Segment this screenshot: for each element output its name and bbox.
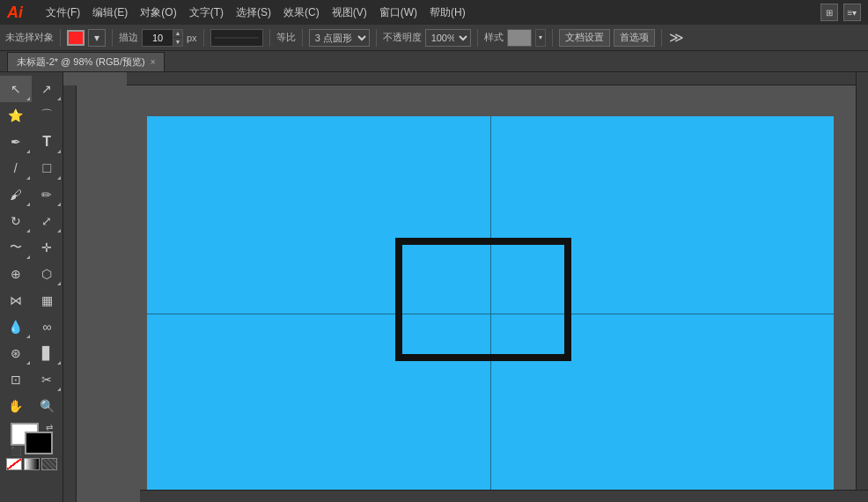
menu-help[interactable]: 帮助(H) (424, 4, 471, 22)
rotate-tool[interactable]: ↻ (0, 208, 32, 234)
tool-tri (26, 335, 30, 338)
document-tab[interactable]: 未标题-2* @ 98% (RGB/预览) × (7, 52, 165, 71)
menu-window[interactable]: 窗口(W) (374, 4, 423, 22)
magic-wand-tool[interactable]: ⭐ (0, 102, 32, 129)
opacity-select[interactable]: 100% (425, 29, 471, 47)
hand-tool[interactable]: ✋ (0, 393, 32, 419)
menu-select[interactable]: 选择(S) (231, 4, 276, 22)
style-dropdown[interactable]: ▾ (535, 29, 546, 47)
warp-tool[interactable]: 〜 (0, 234, 32, 261)
text-tool[interactable]: T (32, 129, 63, 155)
lasso-tool[interactable]: ⌒ (32, 102, 63, 129)
stroke-spinbox[interactable]: 10 ▲ ▼ (142, 29, 183, 47)
menu-effect[interactable]: 效果(C) (278, 4, 325, 22)
small-swatches (6, 458, 57, 470)
tool-row-2: ⭐ ⌒ (0, 102, 63, 129)
tool-row-1: ↖ ↗ (0, 76, 63, 102)
title-right: ⊞ ≡▾ (820, 4, 861, 21)
reset-colors-icon[interactable]: ⬛ (11, 447, 21, 456)
tool-row-12: ⊡ ✂ (0, 366, 63, 393)
stroke-style-button[interactable]: ▾ (88, 29, 106, 47)
point-style-select[interactable]: 3 点圆形 (309, 29, 370, 47)
stroke-color-swatch[interactable] (67, 30, 85, 46)
rectangle-shape[interactable] (395, 238, 571, 361)
scale-tool[interactable]: ⤢ (32, 208, 63, 234)
menu-bar: 文件(F) 编辑(E) 对象(O) 文字(T) 选择(S) 效果(C) 视图(V… (40, 4, 471, 22)
stroke-input[interactable]: 10 (142, 29, 173, 47)
tool-row-5: 🖌 ✏ (0, 181, 63, 208)
tool-row-6: ↻ ⤢ (0, 208, 63, 234)
separator-6 (376, 29, 377, 47)
line-style-preview[interactable] (210, 29, 263, 47)
slice-tool[interactable]: ✂ (32, 366, 63, 393)
tool-row-4: / □ (0, 155, 63, 181)
pen-tool[interactable]: ✒ (0, 129, 32, 155)
scrollbar-horizontal[interactable] (140, 490, 868, 502)
mesh-tool[interactable]: ⋈ (0, 287, 32, 314)
tool-row-10: 💧 ∞ (0, 314, 63, 340)
line-icon: / (14, 161, 18, 175)
swap-colors-icon[interactable]: ⇄ (46, 423, 53, 432)
selection-icon: ↖ (11, 82, 21, 96)
doc-settings-button[interactable]: 文档设置 (559, 29, 610, 47)
stroke-down-arrow[interactable]: ▼ (173, 38, 182, 46)
direct-selection-tool[interactable]: ↗ (32, 76, 63, 102)
gradient-swatch[interactable] (24, 458, 40, 470)
line-tool[interactable]: / (0, 155, 32, 181)
more-options-icon[interactable]: ≫ (668, 29, 686, 46)
pencil-tool[interactable]: ✏ (32, 181, 63, 208)
tool-row-9: ⋈ ▦ (0, 287, 63, 314)
paintbrush-tool[interactable]: 🖌 (0, 181, 32, 208)
separator-8 (552, 29, 553, 47)
menu-text[interactable]: 文字(T) (184, 4, 229, 22)
zoom-tool[interactable]: 🔍 (32, 393, 63, 419)
tool-tri (57, 97, 61, 100)
menu-file[interactable]: 文件(F) (40, 4, 85, 22)
style-swatch[interactable] (507, 29, 532, 47)
free-transform-tool[interactable]: ✛ (32, 234, 63, 261)
mesh-icon: ⋈ (10, 293, 22, 307)
background-color-swatch[interactable] (25, 432, 53, 454)
gradient-tool[interactable]: ▦ (32, 287, 63, 314)
tool-tri (57, 361, 61, 365)
tab-bar: 未标题-2* @ 98% (RGB/预览) × (0, 51, 868, 72)
canvas-area[interactable]: /* ruler ticks via CSS */ (63, 72, 868, 502)
artboard-icon: ⊡ (11, 373, 21, 387)
none-swatch[interactable] (6, 458, 22, 470)
menu-object[interactable]: 对象(O) (135, 4, 181, 22)
tool-tri (26, 229, 30, 233)
stroke-up-arrow[interactable]: ▲ (173, 30, 182, 38)
menu-edit[interactable]: 编辑(E) (87, 4, 133, 22)
tool-tri (57, 150, 61, 153)
tab-close-button[interactable]: × (151, 57, 156, 67)
shape-builder-tool[interactable]: ⊕ (0, 261, 32, 287)
prefs-button[interactable]: 首选项 (614, 29, 655, 47)
pattern-swatch[interactable] (41, 458, 57, 470)
zoom-icon: 🔍 (40, 399, 55, 413)
stroke-label: 描边 (119, 31, 138, 44)
eyedropper-icon: 💧 (8, 320, 23, 334)
separator-2 (112, 29, 113, 47)
rectangle-tool[interactable]: □ (32, 155, 63, 181)
style-label: 样式 (484, 31, 504, 44)
eyedropper-tool[interactable]: 💧 (0, 314, 32, 340)
symbol-spray-tool[interactable]: ⊛ (0, 340, 32, 366)
swatch-main: ⬛ ⇄ (11, 423, 53, 454)
perspective-tool[interactable]: ⬡ (32, 261, 63, 287)
magic-wand-icon: ⭐ (8, 108, 23, 122)
tool-row-8: ⊕ ⬡ (0, 261, 63, 287)
arrange-button[interactable]: ⊞ (820, 4, 838, 21)
blend-tool[interactable]: ∞ (32, 314, 63, 340)
gradient-icon: ▦ (41, 293, 53, 307)
direct-selection-icon: ↗ (41, 82, 52, 96)
menu-view[interactable]: 视图(V) (327, 4, 372, 22)
slice-icon: ✂ (41, 373, 52, 387)
artboard-tool[interactable]: ⊡ (0, 366, 32, 393)
paintbrush-icon: 🖌 (10, 188, 22, 202)
pen-icon: ✒ (11, 135, 21, 149)
workspace-button[interactable]: ≡▾ (843, 4, 861, 21)
scrollbar-vertical[interactable] (856, 72, 868, 490)
pencil-icon: ✏ (41, 188, 52, 202)
selection-tool[interactable]: ↖ (0, 76, 32, 102)
column-graph-tool[interactable]: ▊ (32, 340, 63, 366)
